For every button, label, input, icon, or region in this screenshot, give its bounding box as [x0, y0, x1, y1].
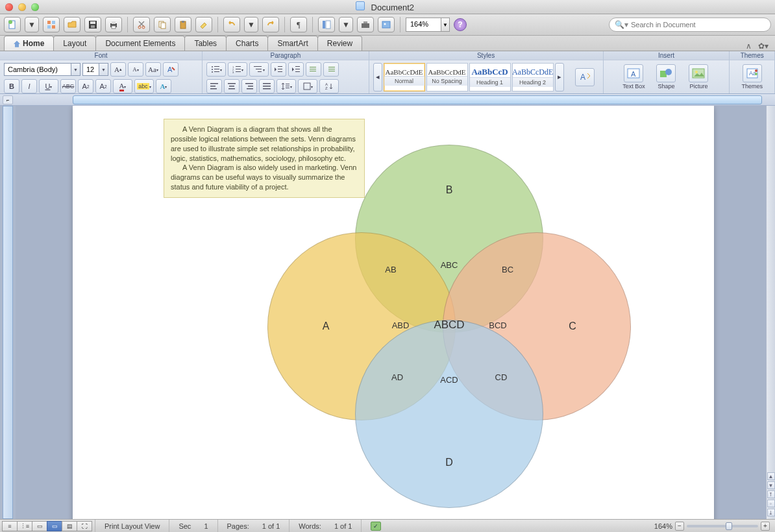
paste-button[interactable] — [175, 17, 191, 32]
styles-scroll-right[interactable]: ▸ — [555, 63, 564, 91]
zoom-value[interactable]: 164% — [406, 18, 441, 32]
view-draft-button[interactable]: ≡ — [2, 521, 18, 531]
help-button[interactable]: ? — [454, 18, 467, 31]
page-down-icon[interactable]: ⤓ — [767, 509, 775, 516]
decrease-indent-button[interactable] — [271, 62, 286, 77]
venn-circle-d[interactable] — [355, 320, 543, 508]
redo-button[interactable] — [262, 17, 279, 32]
tab-tables[interactable]: Tables — [184, 36, 227, 51]
underline-button[interactable]: U▾ — [39, 79, 58, 93]
status-spellcheck[interactable]: ✓ — [361, 520, 390, 532]
search-input[interactable] — [631, 21, 765, 29]
tab-layout[interactable]: Layout — [53, 36, 96, 51]
copy-button[interactable] — [154, 17, 171, 32]
zoom-slider-thumb[interactable] — [726, 522, 732, 530]
line-spacing-button[interactable]: ▾ — [277, 79, 296, 93]
collapse-ribbon-icon[interactable]: ∧ — [746, 42, 752, 51]
media-browser-button[interactable] — [378, 17, 395, 32]
font-size-value[interactable]: 12 — [82, 63, 99, 76]
clear-formatting-button[interactable]: A — [163, 62, 178, 77]
status-section[interactable]: Sec 1 — [169, 520, 217, 532]
browse-object-icon[interactable]: ◦ — [767, 500, 775, 507]
scroll-up-icon[interactable]: ▲ — [767, 472, 775, 480]
horizontal-ruler[interactable] — [73, 95, 762, 104]
themes-button[interactable]: Aa Themes — [738, 64, 767, 90]
style-heading-1[interactable]: AaBbCcD Heading 1 — [469, 63, 511, 91]
cut-button[interactable] — [133, 17, 150, 32]
view-outline-button[interactable]: ⋮≡ — [17, 521, 32, 531]
print-button[interactable] — [105, 17, 122, 32]
toolbox-button[interactable] — [357, 17, 374, 32]
save-button[interactable] — [84, 17, 101, 32]
style-normal[interactable]: AaBbCcDdE Normal — [384, 63, 425, 91]
tab-review[interactable]: Review — [317, 36, 362, 51]
insert-shape-button[interactable]: Shape — [652, 64, 680, 90]
new-doc-button[interactable] — [4, 17, 21, 32]
search-field[interactable]: 🔍▾ — [609, 18, 771, 32]
align-right-button[interactable] — [241, 79, 257, 93]
change-case-button[interactable]: Aa▾ — [145, 62, 161, 77]
styles-scroll-left[interactable]: ◂ — [373, 63, 382, 91]
style-no-spacing[interactable]: AaBbCcDdE No Spacing — [426, 63, 468, 91]
chevron-down-icon[interactable]: ▼ — [99, 63, 108, 76]
numbering-button[interactable]: 123▾ — [228, 62, 247, 77]
insert-textbox-button[interactable]: A Text Box — [619, 64, 648, 90]
align-left-button[interactable] — [206, 79, 222, 93]
undo-button[interactable] — [223, 17, 240, 32]
format-painter-button[interactable] — [195, 17, 212, 32]
style-heading-2[interactable]: AaBbCcDdE Heading 2 — [512, 63, 554, 91]
text-direction-rtl-button[interactable] — [323, 62, 339, 77]
sidebar-button[interactable] — [318, 17, 335, 32]
shrink-font-button[interactable]: A▾ — [128, 62, 143, 77]
vertical-scrollbar[interactable]: ▲ ▼ ⤒ ◦ ⤓ — [766, 106, 775, 519]
open-button[interactable] — [64, 17, 80, 32]
bullets-button[interactable]: ▾ — [206, 62, 226, 77]
font-color-button[interactable]: A▾ — [113, 79, 132, 93]
grow-font-button[interactable]: A▴ — [110, 62, 126, 77]
new-dropdown[interactable]: ▼ — [25, 17, 39, 32]
undo-dropdown[interactable]: ▼ — [244, 17, 258, 32]
status-zoom-value[interactable]: 164% — [654, 522, 672, 530]
insert-picture-button[interactable]: Picture — [684, 64, 713, 90]
close-icon[interactable] — [5, 3, 13, 11]
zoom-slider-track[interactable] — [687, 525, 758, 527]
view-publishing-button[interactable]: ▭ — [32, 521, 47, 531]
sidebar-dropdown[interactable]: ▼ — [339, 17, 353, 32]
highlight-button[interactable]: abc▾ — [134, 79, 154, 93]
zoom-icon[interactable] — [31, 3, 39, 11]
vertical-ruler[interactable] — [3, 106, 13, 519]
view-notebook-button[interactable]: ▤ — [62, 521, 77, 531]
subscript-button[interactable]: A2 — [95, 79, 111, 93]
tab-smartart[interactable]: SmartArt — [267, 36, 317, 51]
font-size-select[interactable]: 12 ▼ — [82, 63, 108, 76]
ruler-corner[interactable]: ⌐ — [3, 95, 13, 104]
scroll-down-icon[interactable]: ▼ — [767, 481, 775, 489]
tab-document-elements[interactable]: Document Elements — [95, 36, 185, 51]
styles-pane-button[interactable]: A — [571, 68, 599, 86]
font-family-select[interactable]: Cambria (Body) ▼ — [4, 63, 80, 76]
show-formatting-button[interactable]: ¶ — [290, 17, 307, 32]
italic-button[interactable]: I — [21, 79, 37, 93]
tab-charts[interactable]: Charts — [226, 36, 268, 51]
templates-button[interactable] — [43, 17, 60, 32]
page[interactable]: A Venn Diagram is a diagram that shows a… — [73, 106, 714, 519]
view-fullscreen-button[interactable]: ⛶ — [77, 521, 92, 531]
gear-icon[interactable]: ✿▾ — [758, 42, 769, 51]
page-scroll[interactable]: A Venn Diagram is a diagram that shows a… — [16, 106, 766, 519]
justify-button[interactable] — [259, 79, 275, 93]
bold-button[interactable]: B — [4, 79, 19, 93]
view-print-layout-button[interactable]: ▭ — [47, 521, 62, 531]
zoom-select[interactable]: 164% ▼ — [406, 18, 450, 32]
zoom-out-button[interactable]: − — [675, 522, 684, 531]
text-direction-ltr-button[interactable] — [306, 62, 321, 77]
tab-home[interactable]: Home — [4, 36, 54, 51]
status-words[interactable]: Words: 1 of 1 — [289, 520, 361, 532]
sort-button[interactable]: AZ — [319, 79, 339, 93]
multilevel-list-button[interactable]: ▾ — [249, 62, 269, 77]
status-pages[interactable]: Pages: 1 of 1 — [217, 520, 289, 532]
superscript-button[interactable]: A2 — [78, 79, 93, 93]
borders-button[interactable]: ▾ — [298, 79, 317, 93]
text-effects-button[interactable]: A▾ — [156, 79, 171, 93]
strikethrough-button[interactable]: ABC — [60, 79, 76, 93]
minimize-icon[interactable] — [18, 3, 26, 11]
